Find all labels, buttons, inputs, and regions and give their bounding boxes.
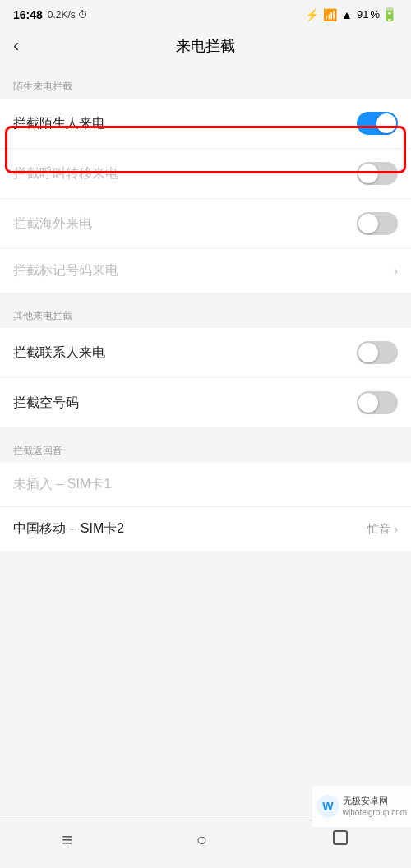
settings-group-other: 拦截联系人来电 拦截空号码: [0, 328, 411, 427]
toggle-block-empty[interactable]: [357, 391, 398, 414]
settings-group-stranger: 拦截陌生人来电 拦截呼叫转移来电 拦截海外来电: [0, 99, 411, 293]
status-time: 16:48: [13, 8, 43, 21]
clock-icon: ⏱: [78, 9, 88, 21]
watermark-text: 无极安卓网 wjhotelgroup.com: [343, 795, 407, 817]
toggle-block-stranger[interactable]: [357, 112, 398, 135]
item-label-block-overseas: 拦截海外来电: [13, 215, 92, 233]
list-item[interactable]: 拦截标记号码来电 ›: [0, 249, 411, 293]
item-right-block-marked: ›: [394, 264, 398, 279]
status-right: ⚡ 📶 ▲ 91% 🔋: [305, 7, 398, 22]
section-label-other: 其他来电拦截: [0, 299, 411, 328]
item-right-block-overseas: [357, 212, 398, 235]
item-label-sim2: 中国移动 – SIM卡2: [13, 520, 124, 538]
chevron-right-icon: ›: [394, 264, 398, 279]
item-label-sim1: 未插入 – SIM卡1: [13, 476, 111, 493]
back-nav-icon[interactable]: [331, 829, 349, 852]
settings-group-echo: 未插入 – SIM卡1 中国移动 – SIM卡2 忙音 ›: [0, 463, 411, 551]
toggle-block-forward[interactable]: [357, 162, 398, 185]
toggle-block-overseas[interactable]: [357, 212, 398, 235]
status-speed: 0.2K/s ⏱: [48, 9, 88, 21]
toggle-knob: [358, 393, 378, 413]
list-item[interactable]: 拦截陌生人来电: [0, 99, 411, 149]
wifi-icon: ▲: [341, 8, 353, 21]
toggle-knob: [358, 164, 378, 183]
header: ‹ 来电拦截: [0, 25, 411, 70]
item-label-block-forward: 拦截呼叫转移来电: [13, 165, 118, 182]
battery-icon: 91% 🔋: [357, 7, 398, 22]
section-label-stranger: 陌生来电拦截: [0, 70, 411, 99]
signal-icon: 📶: [323, 8, 337, 21]
list-item[interactable]: 拦截海外来电: [0, 199, 411, 249]
toggle-knob: [358, 343, 378, 362]
list-item[interactable]: 拦截空号码: [0, 378, 411, 427]
chevron-right-icon: ›: [394, 522, 398, 537]
item-label-block-empty: 拦截空号码: [13, 395, 79, 412]
item-right-block-forward: [357, 162, 398, 185]
toggle-knob: [358, 214, 378, 233]
item-label-block-contact: 拦截联系人来电: [13, 344, 105, 362]
list-item[interactable]: 中国移动 – SIM卡2 忙音 ›: [0, 507, 411, 551]
status-bar: 16:48 0.2K/s ⏱ ⚡ 📶 ▲ 91% 🔋: [0, 0, 411, 25]
section-label-echo: 拦截返回音: [0, 434, 411, 463]
item-right-block-empty: [357, 391, 398, 414]
watermark: W 无极安卓网 wjhotelgroup.com: [312, 786, 411, 827]
list-item: 未插入 – SIM卡1: [0, 463, 411, 507]
item-label-block-stranger: 拦截陌生人来电: [13, 115, 105, 132]
svg-rect-0: [334, 831, 347, 844]
menu-icon[interactable]: ≡: [62, 829, 72, 851]
back-button[interactable]: ‹: [13, 32, 25, 60]
watermark-logo: W: [316, 795, 339, 818]
bluetooth-icon: ⚡: [305, 8, 319, 21]
toggle-knob: [376, 113, 396, 133]
list-item[interactable]: 拦截联系人来电: [0, 328, 411, 378]
sim2-sub-label: 忙音: [367, 522, 390, 537]
item-right-block-contact: [357, 341, 398, 364]
home-icon[interactable]: ○: [196, 829, 207, 851]
item-right-block-stranger: [357, 112, 398, 135]
toggle-block-contact[interactable]: [357, 341, 398, 364]
status-left: 16:48 0.2K/s ⏱: [13, 8, 88, 21]
main-content: 陌生来电拦截 拦截陌生人来电 拦截呼叫转移来电 拦截海外来电: [0, 70, 411, 551]
item-label-block-marked: 拦截标记号码来电: [13, 262, 118, 279]
item-right-sim2: 忙音 ›: [367, 522, 398, 537]
list-item[interactable]: 拦截呼叫转移来电: [0, 149, 411, 199]
page-title: 来电拦截: [176, 36, 235, 56]
